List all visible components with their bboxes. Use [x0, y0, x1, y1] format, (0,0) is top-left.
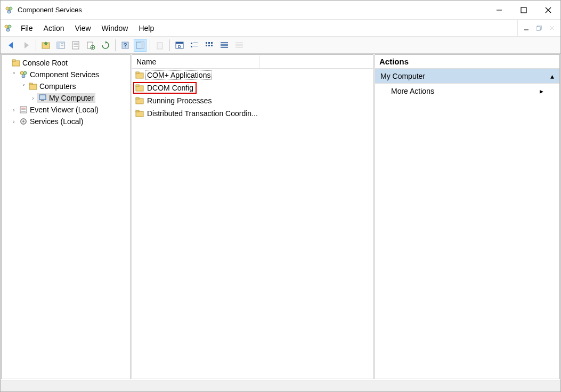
svg-rect-20 [72, 42, 79, 49]
list-panel: Name COM+ Applications DCOM Config Runni… [132, 54, 373, 379]
folder-icon [135, 96, 144, 105]
list-item-running-processes[interactable]: Running Processes [132, 94, 373, 107]
highlight-annotation: DCOM Config [133, 82, 197, 94]
svg-point-54 [20, 71, 23, 75]
svg-point-0 [6, 7, 9, 10]
tree-item-services[interactable]: › Services (Local) [3, 116, 129, 127]
view-components-button[interactable] [188, 39, 201, 52]
show-hide-action-pane-button[interactable] [134, 39, 147, 52]
menu-view[interactable]: View [69, 22, 96, 35]
tree-item-my-computer[interactable]: › My Computer [3, 92, 129, 104]
folder-icon [29, 82, 37, 91]
svg-rect-74 [136, 110, 139, 112]
show-hide-tree-button[interactable] [54, 39, 67, 52]
tree-item-event-viewer[interactable]: › Event Viewer (Local) [3, 104, 129, 116]
folder-icon [135, 84, 144, 92]
actions-section[interactable]: My Computer ▴ [375, 69, 559, 84]
status-bar [1, 380, 560, 391]
menu-window[interactable]: Window [96, 22, 134, 35]
tree-item-console-root[interactable]: Console Root [3, 57, 129, 69]
actions-section-label: My Computer [380, 72, 425, 80]
menu-help[interactable]: Help [133, 22, 159, 35]
svg-rect-12 [536, 27, 540, 30]
list-item-label: Distributed Transaction Coordin... [146, 109, 259, 118]
svg-rect-4 [521, 7, 526, 13]
expander-icon[interactable]: › [10, 119, 18, 125]
new-object-button [153, 39, 166, 52]
svg-rect-42 [208, 45, 210, 46]
expander-icon[interactable]: › [29, 95, 37, 101]
svg-rect-53 [12, 60, 15, 61]
app-icon-small [4, 24, 12, 32]
svg-point-55 [23, 71, 27, 75]
svg-point-7 [5, 25, 8, 28]
gear-icon [19, 117, 28, 126]
expander-icon[interactable]: ˅ [10, 72, 18, 78]
svg-point-2 [7, 10, 11, 13]
app-icon [5, 6, 13, 14]
folder-icon [12, 59, 20, 67]
tree-panel: Console Root ˅ Component Services ˅ Comp… [1, 54, 131, 379]
svg-point-8 [8, 25, 11, 28]
tree-item-component-services[interactable]: ˅ Component Services [3, 69, 129, 80]
minimize-button[interactable] [487, 1, 511, 19]
svg-text:?: ? [124, 42, 127, 48]
chevron-right-icon: ▸ [540, 87, 543, 95]
svg-rect-37 [193, 46, 198, 46]
properties-button[interactable] [69, 39, 82, 52]
export-list-button[interactable] [84, 39, 97, 52]
svg-rect-41 [206, 45, 207, 46]
tree-label: Event Viewer (Local) [30, 105, 99, 114]
expander-icon[interactable]: › [10, 107, 18, 113]
expander-icon[interactable]: ˅ [20, 84, 27, 89]
svg-text:D: D [178, 44, 181, 49]
svg-rect-68 [136, 72, 139, 74]
folder-icon [135, 71, 144, 79]
event-viewer-icon [19, 105, 28, 114]
help-button[interactable]: ? [119, 39, 132, 52]
view-interfaces-button[interactable] [203, 39, 216, 52]
refresh-button[interactable] [99, 39, 112, 52]
list-item-label: Running Processes [146, 96, 213, 105]
close-button[interactable] [536, 1, 560, 19]
svg-rect-59 [39, 95, 46, 100]
actions-more[interactable]: More Actions ▸ [375, 84, 559, 99]
svg-rect-60 [41, 100, 44, 101]
back-button[interactable] [5, 39, 18, 52]
window-controls [487, 1, 560, 19]
tree-label: Computers [39, 82, 76, 91]
status-view-button [233, 39, 246, 52]
column-header-name[interactable]: Name [132, 55, 260, 68]
list-item-dtc[interactable]: Distributed Transaction Coordin... [132, 107, 373, 120]
svg-point-9 [6, 28, 10, 31]
svg-rect-17 [57, 42, 60, 48]
view-apps-button[interactable]: D [173, 39, 186, 52]
list-item-com-apps[interactable]: COM+ Applications [132, 69, 373, 81]
mdi-minimize-button[interactable] [521, 22, 532, 34]
svg-rect-40 [211, 42, 213, 44]
tree-label: My Computer [49, 94, 94, 102]
svg-rect-29 [141, 42, 144, 48]
folder-icon [135, 109, 144, 118]
mdi-restore-button[interactable] [533, 22, 545, 34]
up-button[interactable] [39, 39, 52, 52]
list-header: Name [132, 55, 373, 69]
view-methods-button[interactable] [218, 39, 231, 52]
svg-rect-34 [191, 43, 192, 44]
actions-more-label: More Actions [391, 87, 434, 95]
svg-rect-58 [29, 83, 32, 85]
mdi-close-button [546, 22, 558, 34]
svg-rect-39 [208, 42, 210, 44]
tree-label: Component Services [30, 70, 99, 79]
svg-rect-30 [157, 43, 162, 49]
toolbar: ? D [1, 37, 560, 54]
svg-rect-70 [136, 85, 139, 86]
main-area: Console Root ˅ Component Services ˅ Comp… [1, 54, 560, 380]
menu-file[interactable]: File [15, 22, 38, 35]
tree-item-computers[interactable]: ˅ Computers [3, 80, 129, 92]
list-item-dcom-config[interactable]: DCOM Config [132, 81, 373, 94]
menu-bar: File Action View Window Help [1, 20, 560, 37]
menu-action[interactable]: Action [38, 22, 70, 35]
list-item-label: DCOM Config [146, 84, 194, 92]
maximize-button[interactable] [511, 1, 536, 19]
